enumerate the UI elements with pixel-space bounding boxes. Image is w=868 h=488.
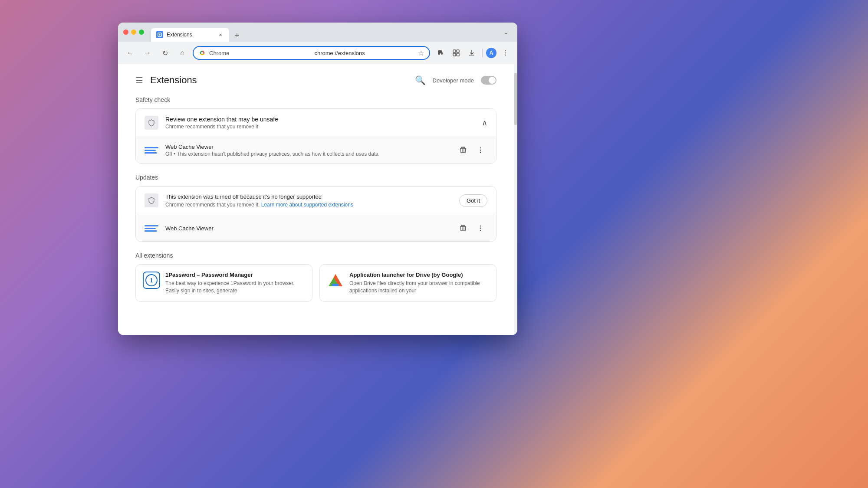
gdrive-desc: Open Drive files directly from your brow… (349, 280, 489, 295)
safety-subtitle: Chrome recommends that you remove it (165, 124, 278, 130)
svg-point-14 (480, 228, 481, 229)
active-tab[interactable]: Extensions ✕ (151, 28, 229, 42)
updates-ext-name: Web Cache Viewer (165, 225, 449, 232)
svg-text:1: 1 (150, 277, 153, 284)
safety-ext-icon (145, 116, 158, 130)
svg-rect-21 (332, 284, 339, 286)
reload-button[interactable]: ↻ (158, 46, 172, 60)
gdrive-info: Application launcher for Drive (by Googl… (349, 272, 489, 295)
updates-section-title: Updates (135, 174, 496, 181)
safety-ext-actions (456, 143, 487, 157)
safety-ext-name: Web Cache Viewer (165, 144, 449, 150)
download-icon[interactable] (465, 46, 479, 60)
scrollbar-thumb[interactable] (514, 73, 517, 125)
updates-ext-info: Web Cache Viewer (165, 225, 449, 232)
svg-point-11 (480, 150, 481, 151)
update-desc: Chrome recommends that you remove it. Le… (165, 202, 452, 208)
browser-window: Extensions ✕ + ⌄ ← → ↻ ⌂ Chrome chrome:/… (118, 23, 517, 335)
all-extensions-section-title: All extensions (135, 252, 496, 259)
update-banner: This extension was turned off because it… (136, 187, 496, 215)
page-header-right: 🔍 Developer mode (415, 75, 496, 85)
developer-mode-label: Developer mode (433, 77, 474, 84)
learn-more-link[interactable]: Learn more about supported extensions (261, 202, 353, 208)
safety-check-header: Review one extension that may be unsafe … (136, 109, 496, 137)
more-options-updates[interactable] (473, 221, 487, 235)
address-bar[interactable]: Chrome chrome://extensions ☆ (193, 46, 430, 60)
more-options-safety[interactable] (473, 143, 487, 157)
scrollbar-track[interactable] (514, 64, 517, 335)
developer-mode-toggle[interactable] (481, 76, 496, 85)
got-it-button[interactable]: Got it (459, 194, 487, 207)
extensions-icon[interactable] (434, 46, 447, 60)
safety-check-card: Review one extension that may be unsafe … (135, 108, 496, 164)
web-cache-icon-safety (145, 143, 158, 157)
gdrive-icon (327, 272, 344, 289)
main-content: ☰ Extensions 🔍 Developer mode Safety che… (118, 64, 514, 335)
toggle-thumb (489, 77, 496, 84)
svg-point-13 (480, 226, 481, 227)
safety-ext-desc: Off • This extension hasn't published pr… (165, 151, 449, 157)
onepassword-name: 1Password – Password Manager (165, 272, 305, 278)
traffic-lights (123, 29, 144, 35)
safety-extension-row: Web Cache Viewer Off • This extension ha… (136, 137, 496, 163)
search-icon[interactable]: 🔍 (415, 75, 426, 85)
svg-rect-6 (457, 53, 459, 56)
nav-right: A (434, 46, 512, 60)
update-title: This extension was turned off because it… (165, 193, 452, 200)
menu-icon[interactable] (498, 46, 512, 60)
svg-point-10 (480, 147, 481, 149)
home-button[interactable]: ⌂ (175, 46, 189, 60)
tab-favicon (156, 31, 163, 38)
safety-title: Review one extension that may be unsafe (165, 116, 278, 123)
tab-close-icon[interactable]: ✕ (217, 31, 224, 38)
puzzle-icon[interactable] (449, 46, 463, 60)
update-info: This extension was turned off because it… (165, 193, 452, 208)
update-ext-icon (145, 193, 158, 207)
onepassword-icon: 1 (143, 272, 160, 289)
title-bar: Extensions ✕ + ⌄ (118, 23, 517, 42)
updates-ext-actions (456, 221, 487, 235)
svg-point-2 (201, 52, 204, 54)
hamburger-icon[interactable]: ☰ (135, 75, 143, 85)
gdrive-card: Application launcher for Drive (by Googl… (319, 264, 496, 302)
address-protocol: Chrome (209, 50, 309, 56)
onepassword-card: 1 1Password – Password Manager The best … (135, 264, 312, 302)
page-header-left: ☰ Extensions (135, 75, 197, 86)
safety-header-left: Review one extension that may be unsafe … (145, 116, 278, 130)
svg-point-12 (480, 152, 481, 153)
update-desc-before: Chrome recommends that you remove it. (165, 202, 260, 208)
svg-point-9 (505, 55, 506, 56)
extensions-grid: 1 1Password – Password Manager The best … (135, 264, 496, 302)
svg-rect-5 (453, 53, 456, 56)
onepassword-desc: The best way to experience 1Password in … (165, 280, 305, 295)
safety-ext-info: Web Cache Viewer Off • This extension ha… (165, 144, 449, 157)
minimize-button[interactable] (131, 29, 136, 35)
page-content: ☰ Extensions 🔍 Developer mode Safety che… (118, 64, 517, 335)
new-tab-button[interactable]: + (231, 29, 243, 42)
gdrive-name: Application launcher for Drive (by Googl… (349, 272, 489, 278)
back-button[interactable]: ← (123, 46, 137, 60)
web-cache-icon-updates (145, 221, 158, 235)
delete-button-safety[interactable] (456, 143, 470, 157)
maximize-button[interactable] (139, 29, 144, 35)
forward-button[interactable]: → (141, 46, 155, 60)
bookmark-icon[interactable]: ☆ (418, 49, 424, 57)
delete-button-updates[interactable] (456, 221, 470, 235)
separator (482, 49, 483, 57)
svg-rect-3 (453, 50, 456, 52)
svg-point-15 (480, 230, 481, 231)
svg-rect-4 (457, 50, 459, 52)
close-button[interactable] (123, 29, 128, 35)
tab-label: Extensions (167, 32, 214, 38)
updates-extension-row: Web Cache Viewer (136, 215, 496, 241)
profile-avatar[interactable]: A (486, 48, 496, 58)
collapse-icon[interactable]: ∧ (482, 118, 487, 128)
nav-bar: ← → ↻ ⌂ Chrome chrome://extensions ☆ (118, 42, 517, 64)
onepassword-info: 1Password – Password Manager The best wa… (165, 272, 305, 295)
address-url: chrome://extensions (315, 50, 415, 56)
page-title: Extensions (150, 75, 197, 86)
svg-point-7 (505, 50, 506, 51)
chrome-icon (199, 49, 206, 56)
updates-card: This extension was turned off because it… (135, 186, 496, 242)
expand-button[interactable]: ⌄ (500, 26, 512, 38)
